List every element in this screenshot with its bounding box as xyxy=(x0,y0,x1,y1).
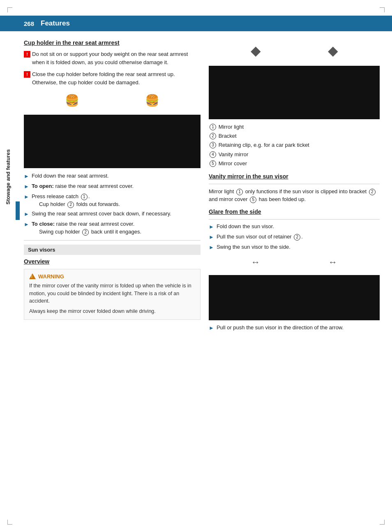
glare-bullet-2: ► Pull the sun visor out of retainer 2. xyxy=(209,233,380,241)
warning-block-1: ! Do not sit on or support your body wei… xyxy=(24,50,201,66)
main-content: Cup holder in the rear seat armrest ! Do… xyxy=(0,31,392,342)
sun-visors-header: Sun visors xyxy=(24,245,201,255)
vanity-mirror-features: 1 Mirror light 2 Bracket 3 Retaining cli… xyxy=(209,123,380,167)
cup-holder-diagram: 🍔 🍔 xyxy=(24,90,201,111)
pull-push-section: ► Pull or push the sun visor in the dire… xyxy=(209,324,380,331)
warning-text-1: Do not sit on or support your body weigh… xyxy=(32,50,201,66)
pull-push-text: Pull or push the sun visor in the direct… xyxy=(217,324,344,331)
corner-mark-tr xyxy=(380,7,385,12)
sun-visors-section: Sun visors Overview WARNING If the mirro… xyxy=(24,245,201,320)
header-title: Features xyxy=(41,19,70,28)
warning-triangle-icon xyxy=(29,273,36,279)
warning-text-2: Close the cup holder before folding the … xyxy=(32,70,201,86)
warning-icon-1: ! xyxy=(24,51,30,58)
cup-holder-icon-right: 🍔 xyxy=(145,94,159,107)
cup-holder-section: Cup holder in the rear seat armrest ! Do… xyxy=(24,39,201,236)
page-number: 268 xyxy=(24,20,34,27)
arrow-right-icon: ↔ xyxy=(328,257,337,268)
cup-holder-icon-left: 🍔 xyxy=(65,94,79,107)
sun-visor-diagram-top: ◆ ◆ xyxy=(209,39,380,62)
sun-visor-direction-image xyxy=(209,275,380,320)
pull-push-item: ► Pull or push the sun visor in the dire… xyxy=(209,324,380,331)
vanity-mirror-section: Vanity mirror in the sun visor Mirror li… xyxy=(209,173,380,204)
sun-visor-arrow-diagram: ↔ ↔ xyxy=(209,254,380,271)
corner-mark-tl xyxy=(7,7,12,12)
glare-bullet-3: ► Swing the sun visor to the side. xyxy=(209,243,380,252)
divider-vanity xyxy=(209,184,380,184)
glare-bullets: ► Fold down the sun visor. ► Pull the su… xyxy=(209,223,380,252)
corner-mark-br xyxy=(380,520,385,525)
warning-box-text1: If the mirror cover of the vanity mirror… xyxy=(29,282,195,305)
divider-glare xyxy=(209,219,380,220)
bullet-to-close: ► To close: raise the rear seat armrest … xyxy=(24,220,201,236)
glare-title: Glare from the side xyxy=(209,208,380,215)
feature-item-4: 4 Vanity mirror xyxy=(209,151,380,158)
cup-holder-title: Cup holder in the rear seat armrest xyxy=(24,39,201,46)
warning-icon-2: ! xyxy=(24,71,30,78)
sidebar-label: Stowage and features xyxy=(0,123,16,230)
vanity-mirror-title: Vanity mirror in the sun visor xyxy=(209,173,380,180)
bullet-to-open: ► To open: raise the rear seat armrest c… xyxy=(24,183,201,191)
sun-visor-icon-right: ◆ xyxy=(328,43,338,58)
sun-visor-icon-left: ◆ xyxy=(251,43,261,58)
divider-sun-visors xyxy=(24,240,201,241)
vanity-mirror-text: Mirror light 1 only functions if the sun… xyxy=(209,187,380,204)
feature-item-3: 3 Retaining clip, e.g. for a car park ti… xyxy=(209,141,380,149)
sidebar-label-text: Stowage and features xyxy=(5,149,11,204)
bullet-press-release: ► Press release catch 1. Cup holder 2 fo… xyxy=(24,193,201,208)
warning-box-header: WARNING xyxy=(29,273,195,280)
overview-label: Overview xyxy=(24,258,201,265)
glare-section: Glare from the side ► Fold down the sun … xyxy=(209,208,380,331)
bullet-fold-down: ► Fold down the rear seat armrest. xyxy=(24,172,201,180)
corner-mark-bl xyxy=(7,520,12,525)
sidebar-blue-bar xyxy=(16,201,20,220)
page: 268 Features Stowage and features Cup ho… xyxy=(0,0,392,532)
left-column: Cup holder in the rear seat armrest ! Do… xyxy=(24,39,201,333)
glare-bullet-1: ► Fold down the sun visor. xyxy=(209,223,380,231)
right-column: ◆ ◆ 1 Mirror light 2 Bracket 3 Retaining… xyxy=(209,39,380,333)
warning-box-text2: Always keep the mirror cover folded down… xyxy=(29,308,195,315)
feature-item-5: 5 Mirror cover xyxy=(209,160,380,167)
warning-block-2: ! Close the cup holder before folding th… xyxy=(24,70,201,86)
header-bar: 268 Features xyxy=(0,16,392,31)
warning-box-header-text: WARNING xyxy=(38,273,64,280)
cup-holder-bullets: ► Fold down the rear seat armrest. ► To … xyxy=(24,172,201,236)
vanity-mirror-image xyxy=(209,66,380,119)
bullet-swing-back: ► Swing the rear seat armrest cover back… xyxy=(24,210,201,218)
feature-item-1: 1 Mirror light xyxy=(209,123,380,131)
warning-box: WARNING If the mirror cover of the vanit… xyxy=(24,269,201,320)
arrow-left-icon: ↔ xyxy=(251,257,260,268)
feature-item-2: 2 Bracket xyxy=(209,132,380,140)
cup-holder-image xyxy=(24,115,201,168)
